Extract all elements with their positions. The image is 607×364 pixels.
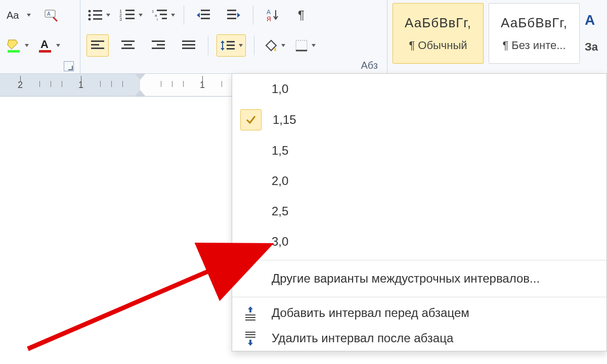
svg-text:A: A <box>267 9 271 16</box>
spacing-value: 1,5 <box>272 144 288 158</box>
check-slot <box>240 268 261 289</box>
svg-rect-5 <box>39 50 51 53</box>
change-case-button[interactable]: Aa <box>6 4 31 26</box>
multilevel-icon: 1 a i <box>152 9 168 22</box>
remove-space-after-icon <box>240 331 261 346</box>
spacing-option-2-0[interactable]: 2,0 <box>232 166 606 196</box>
spacing-option-2-5[interactable]: 2,5 <box>232 196 606 226</box>
bullets-button[interactable] <box>86 4 111 26</box>
spacing-option-1-5[interactable]: 1,5 <box>232 135 606 166</box>
justify-button[interactable] <box>178 34 200 57</box>
spacing-value: 2,0 <box>272 174 288 188</box>
separator <box>254 36 254 55</box>
numbering-button[interactable]: 1 2 3 <box>119 4 143 26</box>
line-spacing-menu: 1,0 1,15 1,5 2,0 2,5 3,0 Другие варианты… <box>232 73 607 351</box>
svg-rect-11 <box>93 18 102 20</box>
spacing-option-1-15[interactable]: 1,15 <box>232 104 606 135</box>
justify-icon <box>181 39 196 52</box>
svg-rect-51 <box>245 317 255 318</box>
svg-line-56 <box>28 247 266 349</box>
style-name: За <box>585 40 598 54</box>
svg-rect-55 <box>245 337 255 338</box>
spacing-options-more[interactable]: Другие варианты междустрочных интервалов… <box>232 263 606 294</box>
line-spacing-icon <box>220 38 236 53</box>
pilcrow-icon: ¶ <box>297 8 309 22</box>
svg-text:A: A <box>47 11 51 17</box>
style-heading-cut[interactable]: А За <box>585 3 607 63</box>
check-slot <box>240 201 261 221</box>
svg-text:A: A <box>40 38 49 51</box>
decrease-indent-button[interactable] <box>192 4 214 26</box>
svg-rect-52 <box>245 320 255 321</box>
style-sample: АаБбВвГг, <box>405 15 471 31</box>
decrease-indent-icon <box>196 9 211 22</box>
font-color-button[interactable]: A <box>37 34 61 57</box>
separator <box>184 6 184 25</box>
highlight-color-button[interactable] <box>6 34 29 57</box>
borders-icon <box>294 39 309 52</box>
menu-label: Удалить интервал после абзаца <box>272 331 453 345</box>
align-center-button[interactable] <box>117 34 139 57</box>
ribbon: Aa A <box>0 0 607 74</box>
menu-label: Другие варианты междустрочных интервалов… <box>272 271 540 286</box>
svg-rect-40 <box>157 44 165 46</box>
style-no-spacing[interactable]: АаБбВвГг, ¶ Без инте... <box>489 3 580 64</box>
svg-rect-34 <box>91 44 99 46</box>
paragraph-group: 1 2 3 1 a i <box>80 0 387 73</box>
spacing-option-1-0[interactable]: 1,0 <box>232 74 606 104</box>
svg-rect-9 <box>93 14 102 16</box>
left-indent-marker[interactable] <box>135 96 147 97</box>
spacing-value: 1,15 <box>273 113 296 127</box>
line-spacing-button[interactable] <box>216 34 246 57</box>
svg-rect-45 <box>227 41 235 42</box>
style-normal[interactable]: АаБбВвГг, ¶ Обычный <box>393 3 484 64</box>
svg-rect-48 <box>296 40 307 51</box>
svg-rect-29 <box>227 18 236 19</box>
add-space-before[interactable]: Добавить интервал перед абзацем <box>232 300 606 326</box>
svg-text:Aa: Aa <box>7 10 19 21</box>
font-dialog-launcher[interactable] <box>64 61 74 71</box>
eraser-icon: A <box>43 8 58 22</box>
svg-text:Я: Я <box>267 16 271 22</box>
svg-rect-21 <box>160 14 167 15</box>
show-marks-button[interactable]: ¶ <box>292 4 314 26</box>
svg-text:3: 3 <box>119 17 122 22</box>
increase-indent-button[interactable] <box>223 4 245 26</box>
align-left-icon <box>90 39 105 52</box>
svg-rect-24 <box>201 10 210 11</box>
svg-rect-47 <box>227 48 235 50</box>
styles-gallery: АаБбВвГг, ¶ Обычный АаБбВвГг, ¶ Без инте… <box>387 0 607 73</box>
align-left-button[interactable] <box>86 34 109 57</box>
align-right-button[interactable] <box>147 34 169 57</box>
svg-rect-27 <box>227 10 236 11</box>
style-name: ¶ Без инте... <box>502 39 566 52</box>
multilevel-list-button[interactable]: 1 a i <box>151 4 176 26</box>
svg-rect-25 <box>201 14 210 15</box>
spacing-value: 1,0 <box>272 82 288 96</box>
font-group: Aa A <box>0 0 80 73</box>
svg-rect-46 <box>227 44 235 46</box>
menu-label: Добавить интервал перед абзацем <box>272 306 469 320</box>
check-icon <box>240 109 262 130</box>
svg-rect-36 <box>121 40 135 42</box>
svg-rect-3 <box>8 50 20 53</box>
shading-button[interactable] <box>263 34 286 57</box>
spacing-option-3-0[interactable]: 3,0 <box>232 226 606 257</box>
svg-rect-33 <box>91 40 104 42</box>
check-slot <box>240 141 261 161</box>
clear-formatting-button[interactable]: A <box>39 4 62 26</box>
sort-icon: A Я <box>266 8 280 22</box>
svg-rect-53 <box>245 332 255 333</box>
ruler-number: 1 <box>78 80 83 90</box>
style-name: ¶ Обычный <box>409 39 467 52</box>
separator <box>253 6 253 25</box>
svg-rect-44 <box>182 48 195 49</box>
spacing-value: 3,0 <box>272 235 288 249</box>
svg-rect-28 <box>227 14 236 15</box>
first-line-indent-marker[interactable] <box>134 74 146 80</box>
remove-space-after[interactable]: Удалить интервал после абзаца <box>232 326 606 351</box>
borders-button[interactable] <box>294 34 316 57</box>
spacing-value: 2,5 <box>272 204 288 218</box>
svg-rect-37 <box>124 44 132 46</box>
sort-button[interactable]: A Я <box>262 4 284 26</box>
